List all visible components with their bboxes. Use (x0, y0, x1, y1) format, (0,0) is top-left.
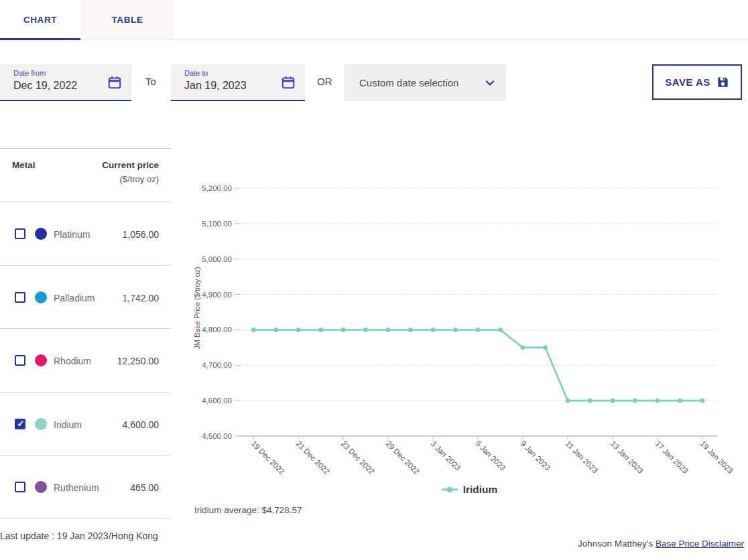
svg-text:11 Jan 2023: 11 Jan 2023 (564, 439, 600, 475)
table-row-palladium: Palladium 1,742.00 (0, 266, 171, 330)
tab-chart[interactable]: CHART (0, 0, 80, 39)
rhodium-checkbox[interactable] (15, 355, 25, 366)
svg-text:5,000.00: 5,000.00 (202, 255, 232, 263)
tab-table[interactable]: TABLE (80, 0, 174, 39)
table-row-rhodium: Rhodium 12,250.00 (0, 329, 171, 393)
price-column-units: ($/troy oz) (119, 174, 159, 184)
palladium-checkbox[interactable] (15, 292, 25, 303)
svg-text:4,800.00: 4,800.00 (202, 326, 232, 334)
calendar-icon[interactable] (107, 75, 122, 90)
metal-column-header: Metal (12, 160, 36, 170)
metal-name: Palladium (54, 293, 95, 303)
date-from-label: Date from (13, 69, 46, 77)
metal-name: Rhodium (54, 356, 91, 366)
svg-text:4,900.00: 4,900.00 (202, 291, 232, 299)
metal-name: Platinum (54, 229, 90, 240)
disclaimer-prefix: Johnson Matthey's (578, 539, 656, 549)
svg-text:17 Jan 2023: 17 Jan 2023 (654, 439, 690, 475)
palladium-color-dot (35, 291, 47, 303)
svg-text:5,200.00: 5,200.00 (202, 184, 232, 192)
date-to-field[interactable]: Date to Jan 19, 2023 (171, 64, 305, 101)
tab-bar: CHART TABLE (0, 0, 748, 40)
table-row-iridium: Iridium 4,600.00 (0, 393, 171, 456)
table-row-platinum: Platinum 1,056.00 (0, 202, 171, 266)
date-to-value[interactable]: Jan 19, 2023 (184, 80, 247, 92)
svg-text:5 Jan 2023: 5 Jan 2023 (475, 439, 507, 472)
average-annotation: Iridium average: $4,728.57 (194, 505, 302, 515)
svg-text:5,100.00: 5,100.00 (202, 220, 232, 228)
svg-text:19 Dec 2022: 19 Dec 2022 (250, 439, 287, 476)
legend-label[interactable]: Iridium (463, 484, 498, 496)
svg-text:13 Jan 2023: 13 Jan 2023 (609, 439, 645, 475)
metals-panel: Metal Current price ($/troy oz) Platinum… (0, 148, 171, 519)
ruthenium-checkbox[interactable] (15, 482, 25, 492)
rhodium-color-dot (35, 354, 47, 366)
metal-price: 465.00 (130, 482, 159, 493)
date-from-value[interactable]: Dec 19, 2022 (13, 80, 77, 92)
metals-header-row: Metal Current price ($/troy oz) (0, 148, 171, 202)
disclaimer-text: Johnson Matthey's Base Price Disclaimer (578, 539, 744, 549)
iridium-color-dot (35, 418, 47, 430)
to-label: To (145, 76, 156, 87)
or-label: OR (317, 76, 332, 87)
custom-date-selection-dropdown[interactable]: Custom date selection (344, 64, 506, 101)
metal-price: 4,600.00 (123, 419, 160, 430)
price-chart: 5,200.005,100.005,000.004,900.004,800.00… (191, 174, 748, 522)
price-column-header: Current price (102, 160, 159, 170)
save-as-button[interactable]: SAVE AS (652, 64, 742, 100)
table-row-ruthenium: Ruthenium 465.00 (0, 456, 171, 519)
save-icon (716, 76, 729, 88)
line-chart-canvas: 5,200.005,100.005,000.004,900.004,800.00… (191, 174, 748, 482)
base-price-disclaimer-link[interactable]: Base Price Disclaimer (656, 539, 744, 549)
dropdown-selected-value: Custom date selection (359, 77, 458, 88)
svg-text:23 Dec 2022: 23 Dec 2022 (340, 439, 377, 476)
platinum-color-dot (35, 228, 47, 240)
metal-price: 1,056.00 (123, 229, 160, 240)
svg-text:3 Jan 2023: 3 Jan 2023 (430, 439, 462, 472)
calendar-icon[interactable] (281, 75, 296, 90)
metal-name: Ruthenium (54, 482, 99, 493)
svg-text:JM Base Price ($/troy oz): JM Base Price ($/troy oz) (193, 267, 201, 349)
date-to-label: Date to (184, 69, 208, 77)
svg-text:4,500.00: 4,500.00 (202, 432, 232, 440)
metal-price: 1,742.00 (123, 293, 160, 303)
platinum-checkbox[interactable] (15, 228, 25, 239)
save-as-label: SAVE AS (665, 76, 710, 88)
svg-text:4,600.00: 4,600.00 (202, 397, 232, 405)
date-from-field[interactable]: Date from Dec 19, 2022 (0, 64, 131, 101)
metal-price: 12,250.00 (117, 356, 159, 366)
chevron-down-icon (485, 78, 495, 88)
metal-name: Iridium (54, 419, 82, 430)
svg-text:21 Dec 2022: 21 Dec 2022 (295, 439, 332, 476)
legend-marker-icon (442, 486, 458, 493)
svg-text:9 Jan 2023: 9 Jan 2023 (519, 439, 552, 472)
iridium-checkbox[interactable] (15, 419, 25, 429)
ruthenium-color-dot (35, 481, 47, 493)
chart-legend[interactable]: Iridium (191, 484, 748, 496)
last-update-text: Last update : 19 Jan 2023/Hong Kong (0, 531, 158, 541)
svg-text:19 Jan 2023: 19 Jan 2023 (699, 439, 735, 475)
svg-text:4,700.00: 4,700.00 (202, 361, 232, 369)
svg-text:29 Dec 2022: 29 Dec 2022 (385, 439, 422, 476)
